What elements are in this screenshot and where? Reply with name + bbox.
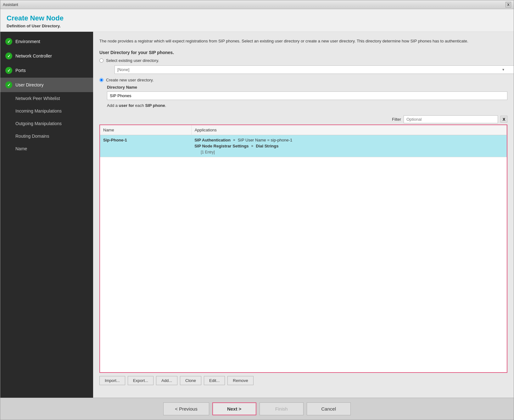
right-panel: The node provides a registrar which will… (93, 32, 514, 398)
users-table-container: Name Applications Sip-Phone-1 (99, 124, 507, 373)
previous-button[interactable]: < Previous (163, 402, 209, 415)
sidebar-label-environment: Environment (15, 39, 40, 44)
next-button[interactable]: Next > (212, 402, 256, 415)
col-header-applications: Applications (191, 125, 506, 135)
radio-select-row: Select existing user directory. (99, 58, 507, 63)
sidebar-label-network-controller: Network Controller (15, 53, 52, 58)
sidebar-label-name: Name (15, 146, 27, 151)
cancel-button[interactable]: Cancel (307, 402, 351, 415)
radio-create-new[interactable] (99, 78, 103, 82)
main-layout: ✓ Environment ✓ Network Controller ✓ Por… (0, 32, 514, 398)
users-table: Name Applications Sip-Phone-1 (100, 125, 507, 157)
radio-create-label[interactable]: Create new user directory. (106, 78, 154, 82)
sidebar-label-routing-domains: Routing Domains (15, 134, 49, 139)
app-row-sip-registrar: SIP Node Registrar Settings » Dial Strin… (194, 144, 503, 148)
sidebar-item-routing-domains[interactable]: Routing Domains (0, 130, 93, 142)
sidebar-item-network-peer-whitelist[interactable]: Network Peer Whitelist (0, 92, 93, 105)
filter-label: Filter (392, 117, 401, 122)
finish-button[interactable]: Finish (260, 402, 304, 415)
app-cell: SIP Authentication » SIP User Name = sip… (194, 138, 503, 154)
cell-applications: SIP Authentication » SIP User Name = sip… (191, 135, 506, 157)
content-area: Create New Node Definition of User Direc… (0, 9, 514, 420)
description-text: The node provides a registrar which will… (99, 38, 507, 44)
existing-directory-dropdown[interactable]: [None] (115, 65, 514, 74)
page-subtitle: Definition of User Directory. (7, 24, 507, 28)
directory-name-input[interactable]: SIP Phones (107, 91, 507, 100)
sidebar-label-incoming-manipulations: Incoming Manipulations (15, 108, 62, 113)
table-header-row: Name Applications (100, 125, 507, 135)
section-title: User Directory for your SIP phones. (99, 50, 507, 55)
app-name-sip-auth: SIP Authentication (194, 138, 231, 142)
dial-strings-label: Dial Strings (256, 144, 278, 148)
edit-button[interactable]: Edit... (204, 376, 225, 385)
filter-clear-button[interactable]: X (500, 116, 507, 123)
header: Create New Node Definition of User Direc… (0, 9, 514, 32)
app-detail-sip-user: SIP User Name = sip-phone-1 (238, 138, 293, 142)
radio-group: Select existing user directory. [None] C… (99, 58, 507, 111)
sidebar-item-name[interactable]: Name (0, 142, 93, 155)
check-icon-environment: ✓ (5, 38, 12, 45)
user-name: Sip-Phone-1 (103, 138, 127, 142)
sidebar-label-outgoing-manipulations: Outgoing Manipulations (15, 121, 62, 126)
check-icon-user-directory: ✓ (5, 81, 12, 88)
app-arrow-1: » (233, 138, 235, 142)
sidebar-item-environment[interactable]: ✓ Environment (0, 34, 93, 49)
sidebar-item-incoming-manipulations[interactable]: Incoming Manipulations (0, 105, 93, 117)
entry-count: [1 Entry] (194, 150, 503, 154)
radio-create-row: Create new user directory. (99, 78, 507, 82)
radio-select-existing[interactable] (99, 58, 103, 63)
main-window: Assistant X Create New Node Definition o… (0, 0, 514, 420)
col-header-name: Name (100, 125, 191, 135)
filter-input[interactable] (404, 115, 498, 123)
sidebar-label-network-peer-whitelist: Network Peer Whitelist (15, 96, 60, 101)
dropdown-wrapper: [None] (107, 65, 507, 74)
add-user-text: Add a user for each SIP phone. (107, 103, 507, 108)
table-row[interactable]: Sip-Phone-1 SIP Authentication » SI (100, 135, 507, 157)
app-arrow-2: » (251, 144, 254, 148)
directory-name-label: Directory Name (107, 85, 507, 90)
cell-name: Sip-Phone-1 (100, 135, 191, 157)
bottom-bar: < Previous Next > Finish Cancel (0, 398, 514, 420)
sidebar-item-user-directory[interactable]: ✓ User Directory (0, 78, 93, 92)
title-bar: Assistant X (0, 0, 514, 9)
check-icon-network-controller: ✓ (5, 52, 12, 59)
sidebar-label-user-directory: User Directory (15, 82, 43, 87)
sidebar-item-network-controller[interactable]: ✓ Network Controller (0, 49, 93, 63)
close-button[interactable]: X (506, 2, 511, 8)
radio-select-label[interactable]: Select existing user directory. (106, 58, 159, 63)
window-title: Assistant (3, 3, 18, 7)
app-name-sip-registrar: SIP Node Registrar Settings (194, 144, 249, 148)
action-buttons: Import... Export... Add... Clone Edit...… (99, 376, 507, 385)
app-row-sip-auth: SIP Authentication » SIP User Name = sip… (194, 138, 503, 142)
check-icon-ports: ✓ (5, 67, 12, 74)
page-title: Create New Node (7, 14, 507, 22)
filter-section: Filter X (99, 115, 507, 123)
sidebar-label-ports: Ports (15, 68, 26, 73)
clone-button[interactable]: Clone (180, 376, 201, 385)
sidebar: ✓ Environment ✓ Network Controller ✓ Por… (0, 32, 93, 398)
sidebar-item-outgoing-manipulations[interactable]: Outgoing Manipulations (0, 117, 93, 130)
export-button[interactable]: Export... (128, 376, 154, 385)
remove-button[interactable]: Remove (227, 376, 253, 385)
sidebar-item-ports[interactable]: ✓ Ports (0, 63, 93, 78)
import-button[interactable]: Import... (99, 376, 125, 385)
add-button[interactable]: Add... (156, 376, 177, 385)
